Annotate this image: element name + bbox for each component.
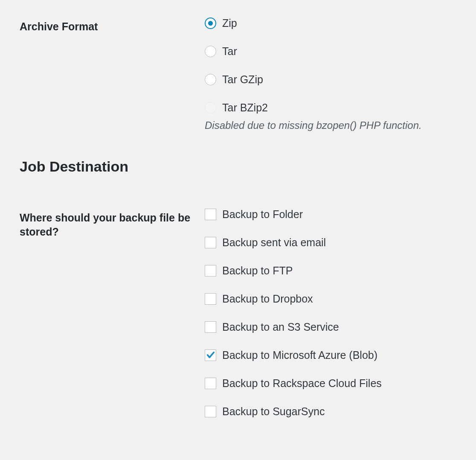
check-icon xyxy=(206,350,215,360)
archive-format-label-col: Archive Format xyxy=(20,17,205,34)
backup-storage-options: Backup to Folder Backup sent via email B… xyxy=(205,208,456,418)
checkbox-folder-label: Backup to Folder xyxy=(222,208,303,221)
radio-item-targzip[interactable]: Tar GZip xyxy=(205,73,456,86)
radio-tarbzip2 xyxy=(205,102,216,114)
checkbox-item-folder[interactable]: Backup to Folder xyxy=(205,208,456,221)
radio-zip-label: Zip xyxy=(222,17,237,29)
checkbox-rackspace-label: Backup to Rackspace Cloud Files xyxy=(222,377,382,390)
archive-format-disabled-note: Disabled due to missing bzopen() PHP fun… xyxy=(205,118,456,133)
checkbox-azure-label: Backup to Microsoft Azure (Blob) xyxy=(222,349,377,361)
checkbox-ftp[interactable] xyxy=(205,265,216,277)
checkbox-sugarsync[interactable] xyxy=(205,406,216,417)
radio-item-tar[interactable]: Tar xyxy=(205,45,456,58)
checkbox-item-s3[interactable]: Backup to an S3 Service xyxy=(205,321,456,333)
checkbox-email-label: Backup sent via email xyxy=(222,236,326,249)
checkbox-s3[interactable] xyxy=(205,321,216,333)
radio-tar-label: Tar xyxy=(222,45,237,58)
radio-zip[interactable] xyxy=(205,17,216,29)
radio-tarbzip2-label: Tar BZip2 xyxy=(222,102,268,114)
backup-storage-row: Where should your backup file be stored?… xyxy=(20,208,456,418)
radio-targzip-label: Tar GZip xyxy=(222,73,263,86)
checkbox-rackspace[interactable] xyxy=(205,378,216,389)
checkbox-ftp-label: Backup to FTP xyxy=(222,265,293,277)
checkbox-item-rackspace[interactable]: Backup to Rackspace Cloud Files xyxy=(205,377,456,390)
checkbox-item-azure[interactable]: Backup to Microsoft Azure (Blob) xyxy=(205,349,456,361)
archive-format-row: Archive Format Zip Tar Tar GZip Tar BZip… xyxy=(20,17,456,133)
checkbox-item-ftp[interactable]: Backup to FTP xyxy=(205,265,456,277)
checkbox-item-dropbox[interactable]: Backup to Dropbox xyxy=(205,293,456,305)
checkbox-s3-label: Backup to an S3 Service xyxy=(222,321,339,333)
checkbox-sugarsync-label: Backup to SugarSync xyxy=(222,405,325,418)
radio-item-zip[interactable]: Zip xyxy=(205,17,456,29)
checkbox-email[interactable] xyxy=(205,237,216,248)
archive-format-label: Archive Format xyxy=(20,20,98,32)
checkbox-dropbox-label: Backup to Dropbox xyxy=(222,293,313,305)
radio-targzip[interactable] xyxy=(205,74,216,85)
checkbox-item-sugarsync[interactable]: Backup to SugarSync xyxy=(205,405,456,418)
checkbox-item-email[interactable]: Backup sent via email xyxy=(205,236,456,249)
checkbox-azure[interactable] xyxy=(205,349,216,361)
checkbox-folder[interactable] xyxy=(205,209,216,220)
backup-storage-question: Where should your backup file be stored? xyxy=(20,212,190,238)
radio-tar[interactable] xyxy=(205,46,216,57)
archive-format-options: Zip Tar Tar GZip Tar BZip2 Disabled due … xyxy=(205,17,456,133)
checkbox-dropbox[interactable] xyxy=(205,293,216,305)
backup-storage-label-col: Where should your backup file be stored? xyxy=(20,208,205,240)
radio-item-tarbzip2: Tar BZip2 xyxy=(205,102,456,114)
job-destination-heading: Job Destination xyxy=(20,158,456,175)
